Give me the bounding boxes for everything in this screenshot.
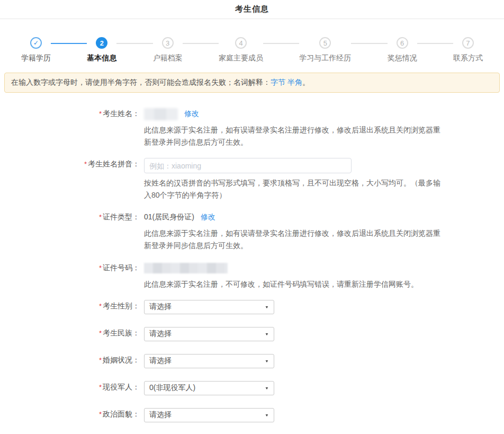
page-header: 考生信息 [0, 0, 504, 19]
step-label: 学籍学历 [21, 54, 51, 63]
dropdown-arrow-icon: ▼ [265, 386, 269, 390]
step-number: 5 [319, 37, 331, 49]
step-connector [116, 43, 152, 44]
pinyin-input[interactable] [144, 158, 352, 173]
required-mark: * [99, 329, 102, 337]
step-1-xueji[interactable]: ✓ 学籍学历 [21, 37, 51, 63]
step-5-study-work[interactable]: 5 学习与工作经历 [299, 37, 351, 63]
help-text: 此信息来源于实名注册，不可修改，如证件号码填写错误，请重新注册学信网账号。 [144, 278, 447, 290]
check-icon: ✓ [30, 37, 42, 49]
required-mark: * [99, 410, 102, 418]
help-text: 此信息来源于实名注册，如有误请登录实名注册进行修改，修改后退出系统且关闭浏览器重… [144, 227, 447, 252]
redacted-name-value [144, 108, 178, 120]
redacted-id-number-value [144, 263, 228, 273]
military-status-select[interactable]: 0(非现役军人) ▼ [144, 381, 274, 395]
required-mark: * [99, 356, 102, 364]
step-2-basic-info[interactable]: 2 基本信息 [87, 37, 116, 63]
step-connector [417, 43, 453, 44]
glossary-link-halfwidth[interactable]: 半角 [287, 78, 302, 86]
field-row-pinyin: *考生姓名拼音： 按姓名的汉语拼音的书写形式填写，要求顶格写，且不可出现空格，大… [0, 158, 504, 201]
dropdown-arrow-icon: ▼ [265, 359, 269, 363]
step-4-family[interactable]: 4 家庭主要成员 [219, 37, 263, 63]
marital-status-select[interactable]: 请选择 ▼ [144, 354, 274, 368]
field-label: *政治面貌： [0, 408, 144, 419]
step-number: 7 [462, 37, 474, 49]
modify-id-type-link[interactable]: 修改 [201, 212, 215, 222]
field-label: *考生姓名： [0, 108, 144, 148]
select-value: 0(非现役军人) [149, 383, 195, 393]
notice-suffix: 。 [302, 78, 310, 86]
notice-text: 在输入数字或字母时，请使用半角字符，否则可能会造成报名失败；名词解释： [11, 78, 271, 86]
step-connector [51, 43, 87, 44]
stepper: ✓ 学籍学历 2 基本信息 3 户籍档案 4 家庭主要成员 5 学习与工作经历 … [0, 37, 504, 63]
step-7-contact[interactable]: 7 联系方式 [453, 37, 483, 63]
required-mark: * [99, 213, 102, 221]
step-label: 奖惩情况 [388, 54, 417, 63]
select-value: 请选择 [149, 302, 172, 312]
field-row-id-number: *证件号码： 此信息来源于实名注册，不可修改，如证件号码填写错误，请重新注册学信… [0, 262, 504, 290]
step-label: 学习与工作经历 [299, 54, 351, 63]
select-value: 请选择 [149, 410, 172, 420]
select-value: 请选择 [149, 329, 172, 339]
field-row-name: *考生姓名： 修改 此信息来源于实名注册，如有误请登录实名注册进行修改，修改后退… [0, 108, 504, 148]
field-row-ethnicity: *考生民族： 请选择 ▼ [0, 327, 504, 341]
step-connector [351, 43, 387, 44]
required-mark: * [99, 264, 102, 272]
step-label: 户籍档案 [153, 54, 183, 63]
field-label: *婚姻状况： [0, 354, 144, 365]
candidate-info-form: *考生姓名： 修改 此信息来源于实名注册，如有误请登录实名注册进行修改，修改后退… [0, 108, 504, 422]
field-label: *证件类型： [0, 211, 144, 252]
step-label: 家庭主要成员 [219, 54, 263, 63]
step-number: 3 [162, 37, 174, 49]
field-label: *考生民族： [0, 327, 144, 338]
step-number: 2 [96, 37, 107, 49]
help-text: 按姓名的汉语拼音的书写形式填写，要求顶格写，且不可出现空格，大小写均可。（最多输… [144, 177, 447, 201]
dropdown-arrow-icon: ▼ [265, 413, 269, 417]
field-label: *考生姓名拼音： [0, 158, 144, 201]
field-row-military-status: *现役军人： 0(非现役军人) ▼ [0, 381, 504, 395]
select-value: 请选择 [149, 356, 172, 366]
field-row-id-type: *证件类型： 01(居民身份证) 修改 此信息来源于实名注册，如有误请登录实名注… [0, 211, 504, 252]
ethnicity-select[interactable]: 请选择 ▼ [144, 327, 274, 341]
step-label: 联系方式 [453, 54, 483, 63]
required-mark: * [99, 110, 102, 118]
step-number: 4 [235, 37, 247, 49]
required-mark: * [84, 160, 87, 168]
step-3-huji[interactable]: 3 户籍档案 [153, 37, 183, 63]
field-label: *考生性别： [0, 300, 144, 311]
step-connector [183, 43, 219, 44]
required-mark: * [99, 302, 102, 310]
notice-banner: 在输入数字或字母时，请使用半角字符，否则可能会造成报名失败；名词解释：字节 半角… [4, 73, 500, 93]
required-mark: * [99, 383, 102, 391]
step-6-rewards[interactable]: 6 奖惩情况 [388, 37, 417, 63]
dropdown-arrow-icon: ▼ [265, 305, 269, 309]
field-row-gender: *考生性别： 请选择 ▼ [0, 300, 504, 314]
gender-select[interactable]: 请选择 ▼ [144, 300, 274, 314]
field-label: *证件号码： [0, 262, 144, 290]
page-title: 考生信息 [235, 4, 269, 14]
field-row-marital-status: *婚姻状况： 请选择 ▼ [0, 354, 504, 368]
glossary-link-byte[interactable]: 字节 [271, 78, 285, 86]
id-type-value: 01(居民身份证) [144, 212, 194, 222]
dropdown-arrow-icon: ▼ [265, 332, 269, 336]
step-label: 基本信息 [87, 54, 116, 63]
modify-name-link[interactable]: 修改 [184, 109, 199, 119]
field-row-political-status: *政治面貌： 请选择 ▼ [0, 408, 504, 422]
political-status-select[interactable]: 请选择 ▼ [144, 408, 274, 422]
help-text: 此信息来源于实名注册，如有误请登录实名注册进行修改，修改后退出系统且关闭浏览器重… [144, 124, 447, 148]
step-connector [263, 43, 299, 44]
field-label: *现役军人： [0, 381, 144, 392]
step-number: 6 [397, 37, 408, 49]
